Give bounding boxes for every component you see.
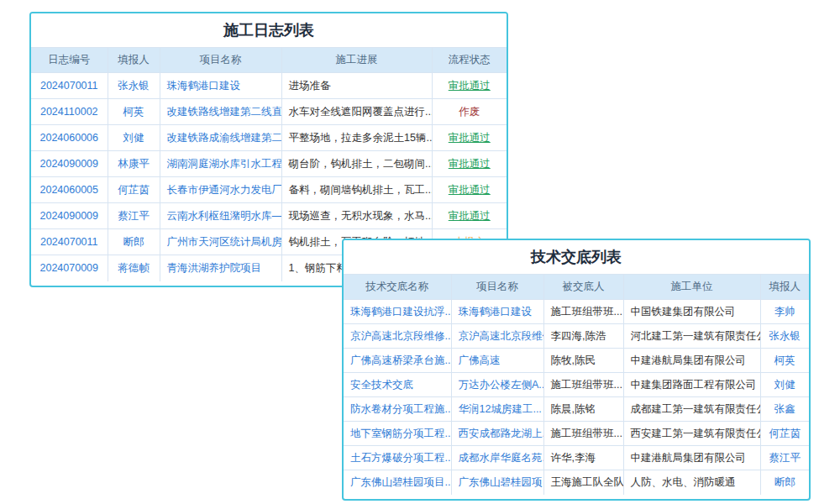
- status-cell[interactable]: 审批通过: [432, 203, 507, 229]
- contractor-cell: 西安建工第一建筑有限责任公司: [623, 422, 760, 446]
- progress-cell: 水车对全线遮阳网覆盖点进行...: [281, 99, 432, 125]
- project-name-cell[interactable]: 湖南洞庭湖水库引水工程...: [160, 151, 281, 177]
- project-name-cell[interactable]: 广州市天河区统计局机房...: [160, 229, 281, 255]
- log-id-cell[interactable]: 2024070009: [31, 255, 108, 281]
- log-id-cell[interactable]: 2024070011: [31, 229, 108, 255]
- col-header-contractor: 施工单位: [623, 275, 760, 300]
- reporter-cell[interactable]: 张永银: [760, 324, 809, 349]
- project-name-cell[interactable]: 珠海鹤港口建设: [160, 73, 281, 99]
- tech-table-body: 珠海鹤港口建设抗浮... 珠海鹤港口建设 施工班组带班... 中国铁建集团有限公…: [344, 300, 809, 495]
- reporter-cell[interactable]: 蒋德帧: [108, 255, 160, 281]
- contractor-cell: 中建集团路面工程有限公司: [623, 373, 760, 397]
- reporter-cell[interactable]: 刘健: [760, 373, 809, 397]
- construction-log-title: 施工日志列表: [31, 13, 507, 47]
- reporter-cell[interactable]: 李帅: [760, 300, 809, 324]
- log-id-cell[interactable]: 2024090009: [31, 203, 108, 229]
- col-header-recipients: 被交底人: [543, 275, 623, 300]
- recipients-cell: 施工班组带班...: [543, 422, 623, 446]
- log-table-row: 2024090009 蔡江平 云南水利枢纽潴明水库—... 现场巡查，无积水现象…: [31, 203, 507, 229]
- contractor-cell: 河北建工第一建筑有限责任公司: [623, 324, 760, 349]
- reporter-cell[interactable]: 张永银: [108, 73, 160, 99]
- contractor-cell: 人防、水电、消防暖通: [623, 470, 760, 495]
- project-name-cell[interactable]: 京沪高速北京段维修: [451, 324, 543, 349]
- technical-disclosure-panel: 技术交底列表 技术交底名称 项目名称 被交底人 施工单位 填报人 珠海鹤港口建设…: [342, 239, 811, 501]
- tech-table-row: 防水卷材分项工程施... 华润12城房建工... 陈晨,陈铭 成都建工第一建筑有…: [344, 397, 809, 422]
- recipients-cell: 施工班组带班...: [543, 300, 623, 324]
- project-name-cell[interactable]: 万达办公楼左侧A...: [451, 373, 543, 397]
- status-cell[interactable]: 审批通过: [432, 125, 507, 151]
- project-name-cell[interactable]: 西安成都路龙湖上...: [451, 422, 543, 446]
- disclosure-name-cell[interactable]: 京沪高速北京段维修...: [344, 324, 451, 349]
- disclosure-name-cell[interactable]: 广佛高速桥梁承台施...: [344, 349, 451, 373]
- col-header-progress: 施工进展: [281, 48, 432, 73]
- tech-table-row: 京沪高速北京段维修... 京沪高速北京段维修 李四海,陈浩 河北建工第一建筑有限…: [344, 324, 809, 349]
- log-id-cell[interactable]: 2024110002: [31, 99, 108, 125]
- recipients-cell: 陈牧,陈民: [543, 349, 623, 373]
- progress-cell: 现场巡查，无积水现象，水马...: [281, 203, 432, 229]
- tech-table-row: 土石方爆破分项工程... 成都水岸华庭名苑... 许华,李海 中建港航局集团有限…: [344, 446, 809, 470]
- technical-disclosure-title: 技术交底列表: [344, 240, 809, 274]
- status-cell[interactable]: 审批通过: [432, 73, 507, 99]
- log-table-row: 2024110002 柯英 改建铁路线增建第二线直... 水车对全线遮阳网覆盖点…: [31, 99, 507, 125]
- project-name-cell[interactable]: 广佛高速: [451, 349, 543, 373]
- log-id-cell[interactable]: 2024060006: [31, 125, 108, 151]
- reporter-cell[interactable]: 刘健: [108, 125, 160, 151]
- disclosure-name-cell[interactable]: 珠海鹤港口建设抗浮...: [344, 300, 451, 324]
- tech-table-row: 安全技术交底 万达办公楼左侧A... 施工班组带班... 中建集团路面工程有限公…: [344, 373, 809, 397]
- status-cell[interactable]: 作废: [432, 99, 507, 125]
- log-id-cell[interactable]: 2024060005: [31, 177, 108, 203]
- project-name-cell[interactable]: 广东佛山碧桂园项目: [451, 470, 543, 495]
- log-table-row: 2024070011 张永银 珠海鹤港口建设 进场准备 审批通过: [31, 73, 507, 99]
- log-table-row: 2024060006 刘健 改建铁路成渝线增建第二... 平整场地，拉走多余泥土…: [31, 125, 507, 151]
- col-header-disclosure-name: 技术交底名称: [344, 275, 451, 300]
- recipients-cell: 许华,李海: [543, 446, 623, 470]
- reporter-cell[interactable]: 断郎: [760, 470, 809, 495]
- progress-cell: 平整场地，拉走多余泥土15辆...: [281, 125, 432, 151]
- progress-cell: 进场准备: [281, 73, 432, 99]
- disclosure-name-cell[interactable]: 土石方爆破分项工程...: [344, 446, 451, 470]
- reporter-cell[interactable]: 蔡江平: [760, 446, 809, 470]
- contractor-cell: 成都建工第一建筑有限责任公司: [623, 397, 760, 422]
- reporter-cell[interactable]: 何芷茵: [108, 177, 160, 203]
- disclosure-name-cell[interactable]: 防水卷材分项工程施...: [344, 397, 451, 422]
- reporter-cell[interactable]: 何芷茵: [760, 422, 809, 446]
- reporter-cell[interactable]: 断郎: [108, 229, 160, 255]
- log-header-row: 日志编号 填报人 项目名称 施工进展 流程状态: [31, 48, 507, 73]
- reporter-cell[interactable]: 林康平: [108, 151, 160, 177]
- project-name-cell[interactable]: 成都水岸华庭名苑...: [451, 446, 543, 470]
- progress-cell: 砌台阶，钩机排土，二包砌间...: [281, 151, 432, 177]
- desktop: 施工日志列表 日志编号 填报人 项目名称 施工进展 流程状态 202407001…: [0, 0, 840, 504]
- recipients-cell: 李四海,陈浩: [543, 324, 623, 349]
- recipients-cell: 王海施工队全队...: [543, 470, 623, 495]
- reporter-cell[interactable]: 蔡江平: [108, 203, 160, 229]
- col-header-project-name: 项目名称: [451, 275, 543, 300]
- progress-cell: 备料，砌间墙钩机排土，瓦工...: [281, 177, 432, 203]
- reporter-cell[interactable]: 柯英: [108, 99, 160, 125]
- col-header-log-id: 日志编号: [31, 48, 108, 73]
- disclosure-name-cell[interactable]: 安全技术交底: [344, 373, 451, 397]
- tech-table-row: 广佛高速桥梁承台施... 广佛高速 陈牧,陈民 中建港航局集团有限公司 柯英: [344, 349, 809, 373]
- recipients-cell: 陈晨,陈铭: [543, 397, 623, 422]
- tech-table-row: 珠海鹤港口建设抗浮... 珠海鹤港口建设 施工班组带班... 中国铁建集团有限公…: [344, 300, 809, 324]
- log-id-cell[interactable]: 2024070011: [31, 73, 108, 99]
- reporter-cell[interactable]: 张鑫: [760, 397, 809, 422]
- status-cell[interactable]: 审批通过: [432, 177, 507, 203]
- technical-disclosure-table: 技术交底名称 项目名称 被交底人 施工单位 填报人 珠海鹤港口建设抗浮... 珠…: [344, 274, 809, 495]
- recipients-cell: 施工班组带班...: [543, 373, 623, 397]
- project-name-cell[interactable]: 改建铁路成渝线增建第二...: [160, 125, 281, 151]
- col-header-reporter: 填报人: [108, 48, 160, 73]
- status-cell[interactable]: 审批通过: [432, 151, 507, 177]
- reporter-cell[interactable]: 柯英: [760, 349, 809, 373]
- contractor-cell: 中建港航局集团有限公司: [623, 446, 760, 470]
- project-name-cell[interactable]: 云南水利枢纽潴明水库—...: [160, 203, 281, 229]
- project-name-cell[interactable]: 华润12城房建工...: [451, 397, 543, 422]
- project-name-cell[interactable]: 改建铁路线增建第二线直...: [160, 99, 281, 125]
- project-name-cell[interactable]: 长春市伊通河水力发电厂...: [160, 177, 281, 203]
- project-name-cell[interactable]: 珠海鹤港口建设: [451, 300, 543, 324]
- disclosure-name-cell[interactable]: 广东佛山碧桂园项目...: [344, 470, 451, 495]
- contractor-cell: 中建港航局集团有限公司: [623, 349, 760, 373]
- disclosure-name-cell[interactable]: 地下室钢筋分项工程...: [344, 422, 451, 446]
- log-id-cell[interactable]: 2024090009: [31, 151, 108, 177]
- col-header-reporter: 填报人: [760, 275, 809, 300]
- project-name-cell[interactable]: 青海洪湖养护院项目: [160, 255, 281, 281]
